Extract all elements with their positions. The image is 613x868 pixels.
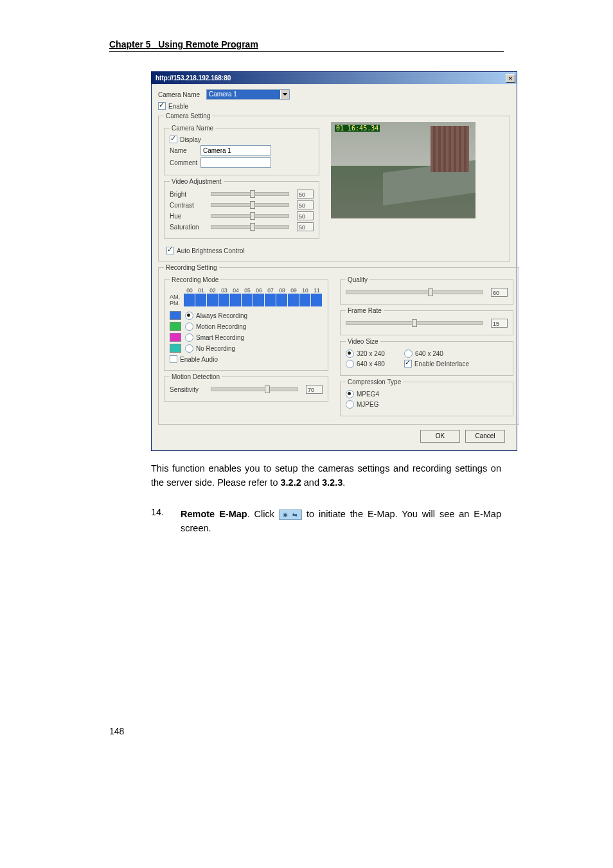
video-adjustment-group: Video Adjustment Bright 50 Contrast 50 xyxy=(164,178,319,239)
motion-detection-legend: Motion Detection xyxy=(170,373,222,380)
camera-name-label: Camera Name xyxy=(158,91,206,98)
enable-checkbox[interactable] xyxy=(158,102,166,110)
close-icon[interactable]: × xyxy=(506,74,515,83)
camera-name-value: Camera 1 xyxy=(207,90,280,99)
ok-button[interactable]: OK xyxy=(420,430,460,443)
recording-mode-legend: Recording Mode xyxy=(170,276,220,283)
compression-mpeg4-radio[interactable] xyxy=(346,390,354,398)
bright-value[interactable]: 50 xyxy=(297,190,314,199)
framerate-slider[interactable] xyxy=(346,321,483,325)
enable-deinterlace-checkbox[interactable] xyxy=(404,360,412,368)
chapter-title: Using Remote Program xyxy=(158,39,258,49)
no-recording-label: No Recording xyxy=(196,345,235,352)
saturation-value[interactable]: 50 xyxy=(297,222,314,231)
schedule-hours: 000102030405060708091011 xyxy=(184,287,323,294)
camera-settings-dialog: http://153.218.192.168:80 × Camera Name … xyxy=(151,71,517,451)
body-paragraph: This function enables you to setup the c… xyxy=(151,461,501,490)
camera-name-select[interactable]: Camera 1 xyxy=(206,89,290,100)
swatch-always xyxy=(170,311,181,320)
camera-setting-legend: Camera Setting xyxy=(164,112,212,120)
videosize-legend: Video Size xyxy=(346,338,380,345)
videosize-group: Video Size 320 x 240 640 x 480 640 x 240… xyxy=(340,338,513,376)
comment-input[interactable] xyxy=(200,157,271,168)
always-recording-label: Always Recording xyxy=(196,312,247,319)
compression-group: Compression Type MPEG4 MJPEG xyxy=(340,378,513,416)
contrast-slider[interactable] xyxy=(211,203,289,207)
pm-label: PM. xyxy=(170,300,184,306)
bright-slider[interactable] xyxy=(211,192,289,196)
videosize-320-label: 320 x 240 xyxy=(357,350,385,357)
camera-preview: 01 16:45.34 xyxy=(331,122,475,218)
contrast-value[interactable]: 50 xyxy=(297,200,314,209)
display-label: Display xyxy=(180,136,201,143)
videosize-640x240-radio[interactable] xyxy=(404,350,413,358)
no-recording-radio[interactable] xyxy=(185,344,193,353)
always-recording-radio[interactable] xyxy=(185,312,193,320)
compression-legend: Compression Type xyxy=(346,378,403,385)
sensitivity-value[interactable]: 70 xyxy=(306,385,323,394)
dialog-titlebar: http://153.218.192.168:80 × xyxy=(152,72,517,84)
auto-brightness-label: Auto Brightness Control xyxy=(177,247,245,254)
videosize-320-radio[interactable] xyxy=(346,350,354,358)
videosize-640x240-label: 640 x 240 xyxy=(415,350,443,357)
hue-value[interactable]: 50 xyxy=(297,211,314,220)
recording-setting-group: Recording Setting Recording Mode 0001020… xyxy=(158,264,519,425)
video-adjustment-legend: Video Adjustment xyxy=(170,178,224,185)
motion-detection-group: Motion Detection Sensitivity 70 xyxy=(164,373,328,402)
enable-deinterlace-label: Enable DeInterlace xyxy=(414,360,469,368)
auto-brightness-checkbox[interactable] xyxy=(166,247,174,254)
sensitivity-slider[interactable] xyxy=(211,387,298,391)
camera-name-group: Camera Name Display Name xyxy=(164,125,319,175)
swatch-smart xyxy=(170,333,181,342)
videosize-640x480-label: 640 x 480 xyxy=(357,360,385,368)
dialog-title: http://153.218.192.168:80 xyxy=(155,75,231,82)
sensitivity-label: Sensitivity xyxy=(170,386,207,393)
swatch-motion xyxy=(170,322,181,331)
item-number: 14. xyxy=(151,507,181,536)
smart-recording-label: Smart Recording xyxy=(196,334,244,341)
saturation-slider[interactable] xyxy=(211,225,289,229)
enable-label: Enable xyxy=(168,103,188,110)
hue-slider[interactable] xyxy=(211,214,289,218)
swatch-none xyxy=(170,344,181,353)
enable-audio-label: Enable Audio xyxy=(180,356,218,363)
camera-setting-group: Camera Setting Camera Name Display Name xyxy=(158,112,510,261)
smart-recording-radio[interactable] xyxy=(185,333,193,342)
quality-value[interactable]: 60 xyxy=(491,288,508,297)
am-label: AM. xyxy=(170,294,184,300)
recording-setting-legend: Recording Setting xyxy=(164,264,219,271)
comment-label: Comment xyxy=(170,159,200,166)
saturation-label: Saturation xyxy=(170,224,207,231)
quality-group: Quality 60 xyxy=(340,276,513,305)
motion-recording-label: Motion Recording xyxy=(196,323,246,330)
chevron-down-icon xyxy=(280,90,289,99)
numbered-item-14: 14. Remote E-Map. Click ◉⇆ to initiate t… xyxy=(151,507,501,536)
compression-mjpeg-radio[interactable] xyxy=(346,400,354,409)
quality-slider[interactable] xyxy=(346,290,483,294)
hue-label: Hue xyxy=(170,213,207,220)
contrast-label: Contrast xyxy=(170,202,207,209)
compression-mjpeg-label: MJPEG xyxy=(357,401,378,408)
pm-schedule[interactable] xyxy=(184,300,323,306)
compression-mpeg4-label: MPEG4 xyxy=(357,391,379,398)
framerate-value[interactable]: 15 xyxy=(491,319,508,328)
recording-mode-group: Recording Mode 000102030405060708091011 xyxy=(164,276,328,371)
framerate-group: Frame Rate 15 xyxy=(340,307,513,335)
videosize-640x480-radio[interactable] xyxy=(346,360,354,368)
item-title: Remote E-Map xyxy=(181,509,247,519)
name-label: Name xyxy=(170,147,200,154)
am-schedule[interactable] xyxy=(184,294,323,300)
name-input[interactable] xyxy=(200,145,271,155)
enable-audio-checkbox[interactable] xyxy=(170,355,177,363)
cancel-button[interactable]: Cancel xyxy=(465,430,505,443)
chapter-num: Chapter 5 xyxy=(109,39,151,49)
framerate-legend: Frame Rate xyxy=(346,307,384,314)
quality-legend: Quality xyxy=(346,276,369,283)
camera-name-inner-legend: Camera Name xyxy=(170,125,215,132)
display-checkbox[interactable] xyxy=(170,136,177,143)
motion-recording-radio[interactable] xyxy=(185,323,193,331)
emap-icon: ◉⇆ xyxy=(279,509,302,520)
chapter-heading: Chapter 5 Using Remote Program xyxy=(109,39,258,49)
preview-timestamp: 01 16:45.34 xyxy=(335,125,380,132)
bright-label: Bright xyxy=(170,191,207,198)
